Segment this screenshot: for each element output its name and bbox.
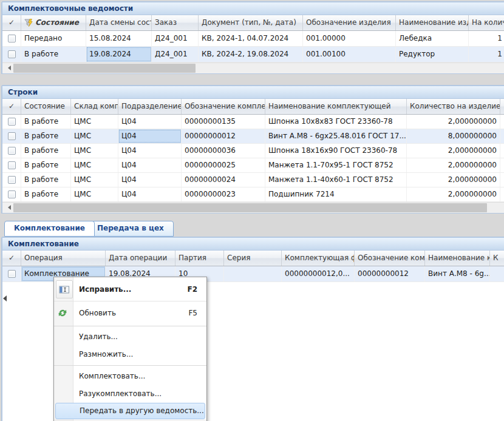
table-row[interactable]: В работе ЦМС Ц04 00000000135 Шпонка 10x8… (2, 115, 504, 129)
t2-header-component-name[interactable]: Наименование комплектующей (265, 99, 407, 114)
t2-header-department[interactable]: Подразделение- (118, 99, 182, 114)
t3-header-operation-date[interactable]: Дата операции (106, 251, 175, 266)
cell-component-code[interactable]: 00000000023 (182, 187, 265, 201)
cell-quantity[interactable]: 2,000000000 (407, 158, 500, 172)
checkbox[interactable] (8, 50, 16, 58)
t2-header-quantity[interactable]: Количество на изделие (407, 99, 500, 114)
cell-component-name[interactable]: Винт А.М8 - 6gx25.48.016 ГОСТ 17... (265, 129, 407, 143)
cell-component-actual[interactable]: 00000000012,0... (282, 266, 355, 281)
edge-scroll-arrow[interactable] (0, 295, 7, 301)
cell-department[interactable]: Ц04 (118, 158, 182, 172)
cell-order[interactable]: Д24_001 (152, 47, 199, 62)
cell-quantity[interactable]: 1 (469, 31, 504, 46)
cell-series[interactable] (224, 266, 282, 281)
cell-warehouse[interactable]: ЦМС (71, 144, 118, 158)
row-checkbox-cell[interactable] (2, 47, 21, 62)
cell-state[interactable]: В работе (21, 47, 86, 62)
t3-header-next-sliver[interactable]: К (490, 251, 504, 266)
cell-component-code[interactable]: 00000000135 (182, 115, 265, 129)
cell-product-name[interactable]: Лебедка (396, 31, 469, 46)
cell-document[interactable]: КВ, 2024-1, 04.07.2024 (199, 31, 303, 46)
cell-component-name[interactable]: Манжета 1.1-40x60-1 ГОСТ 8752 (265, 173, 407, 187)
table-row[interactable]: В работе ЦМС Ц04 00000000025 Манжета 1.1… (2, 158, 504, 173)
t3-header-component-name[interactable]: Наименование ком (425, 251, 490, 266)
cell-department[interactable]: Ц04 (118, 173, 182, 187)
cell-component-name[interactable]: Винт А.М8 - 6g... (425, 266, 490, 281)
cell-department-current[interactable]: Ц04 (118, 129, 182, 143)
tab-peredacha-v-tseh[interactable]: Передача в цех (87, 221, 174, 237)
scrollbar-thumb[interactable] (13, 203, 487, 212)
cell-product-name[interactable]: Редуктор (396, 47, 469, 62)
checkbox[interactable] (8, 161, 16, 169)
cell-warehouse[interactable]: ЦМС (71, 158, 118, 172)
t1-header-product-name[interactable]: Наименование изд (396, 15, 469, 30)
cell-state[interactable]: Передано (21, 31, 86, 46)
cell-state[interactable]: В работе (21, 158, 71, 172)
cell-component-name[interactable]: Подшипник 7214 (265, 187, 407, 201)
menu-item-transfer-to-other-list[interactable]: Передать в другую ведомость... (55, 403, 205, 419)
table-row[interactable]: В работе ЦМС Ц04 00000000023 Подшипник 7… (2, 187, 504, 202)
cell-component-code[interactable]: 00000000036 (182, 144, 265, 158)
t1-header-check[interactable]: ✓ (2, 15, 21, 30)
t1-header-state[interactable]: Состояние (21, 15, 86, 30)
cell-warehouse[interactable]: ЦМС (71, 187, 118, 201)
menu-item-delete[interactable]: Удалить... (54, 328, 206, 346)
cell-component-name[interactable]: Шпонка 18x16x90 ГОСТ 23360-78 (265, 144, 407, 158)
cell-date-current[interactable]: 19.08.2024 (86, 47, 152, 62)
cell-quantity[interactable]: 2,000000000 (407, 115, 500, 129)
row-checkbox-cell[interactable] (2, 129, 21, 143)
row-checkbox-cell[interactable] (2, 266, 21, 281)
row-checkbox-cell[interactable] (2, 115, 21, 129)
cell-department[interactable]: Ц04 (118, 115, 182, 129)
cell-quantity[interactable]: 8,000000000 (407, 129, 500, 143)
scroll-left-button[interactable] (2, 63, 13, 73)
menu-item-razukomplektovat[interactable]: Разукомплектовать... (54, 385, 206, 403)
t3-header-component-code[interactable]: Обозначение комп (355, 251, 425, 266)
cell-quantity[interactable]: 1 (469, 47, 504, 62)
scroll-left-button[interactable] (2, 203, 13, 212)
t2-header-component-code[interactable]: Обозначение компле (182, 99, 265, 114)
cell-component-name[interactable]: Манжета 1.1-70x95-1 ГОСТ 8752 (265, 158, 407, 172)
t3-header-series[interactable]: Серия (224, 251, 282, 266)
t1-header-order[interactable]: Заказ (152, 15, 199, 30)
checkbox[interactable] (8, 118, 16, 126)
table-row[interactable]: В работе ЦМС Ц04 00000000024 Манжета 1.1… (2, 173, 504, 187)
menu-item-duplicate[interactable]: Размножить... (54, 346, 206, 363)
cell-component-code[interactable]: 00000000012 (355, 266, 425, 281)
table-row-selected[interactable]: В работе ЦМС Ц04 00000000012 Винт А.М8 -… (2, 129, 504, 144)
cell-product-code[interactable]: 001.00100 (303, 47, 396, 62)
cell-component-code[interactable]: 00000000012 (182, 129, 265, 143)
t3-header-component-actual[interactable]: Комплектующая ф (282, 251, 355, 266)
cell-component-code[interactable]: 00000000025 (182, 158, 265, 172)
t1-header-quantity[interactable]: На колич (469, 15, 504, 30)
cell-quantity[interactable]: 2,000000000 (407, 144, 500, 158)
cell-state[interactable]: В работе (21, 129, 71, 143)
cell-quantity[interactable]: 2,000000000 (407, 173, 500, 187)
t1-header-product-code[interactable]: Обозначение изделия (303, 15, 396, 30)
checkbox[interactable] (8, 147, 16, 155)
menu-item-refresh[interactable]: Обновить F5 (54, 302, 206, 324)
cell-warehouse[interactable]: ЦМС (71, 129, 118, 143)
row-checkbox-cell[interactable] (2, 173, 21, 187)
t2-horizontal-scrollbar[interactable] (2, 202, 504, 213)
t2-header-warehouse[interactable]: Склад комп (71, 99, 118, 114)
menu-item-komplektovat[interactable]: Комплектовать... (54, 368, 206, 385)
t1-header-date[interactable]: Дата смены сост (86, 15, 152, 30)
checkbox[interactable] (8, 176, 16, 184)
checkbox[interactable] (8, 132, 16, 140)
t1-horizontal-scrollbar[interactable] (2, 62, 504, 73)
table-row-selected[interactable]: В работе 19.08.2024 Д24_001 КВ, 2024-2, … (2, 47, 504, 62)
row-checkbox-cell[interactable] (2, 144, 21, 158)
row-checkbox-cell[interactable] (2, 187, 21, 201)
table-row[interactable]: В работе ЦМС Ц04 00000000036 Шпонка 18x1… (2, 144, 504, 158)
cell-state[interactable]: В работе (21, 173, 71, 187)
table-row[interactable]: Передано 15.08.2024 Д24_001 КВ, 2024-1, … (2, 31, 504, 47)
cell-state[interactable]: В работе (21, 115, 71, 129)
t3-header-batch[interactable]: Партия (175, 251, 224, 266)
checkbox[interactable] (8, 35, 16, 42)
cell-product-code[interactable]: 001.00000 (303, 31, 396, 46)
cell-document[interactable]: КВ, 2024-2, 19.08.2024 (199, 47, 303, 62)
cell-department[interactable]: Ц04 (118, 144, 182, 158)
cell-date[interactable]: 15.08.2024 (86, 31, 152, 46)
cell-component-code[interactable]: 00000000024 (182, 173, 265, 187)
